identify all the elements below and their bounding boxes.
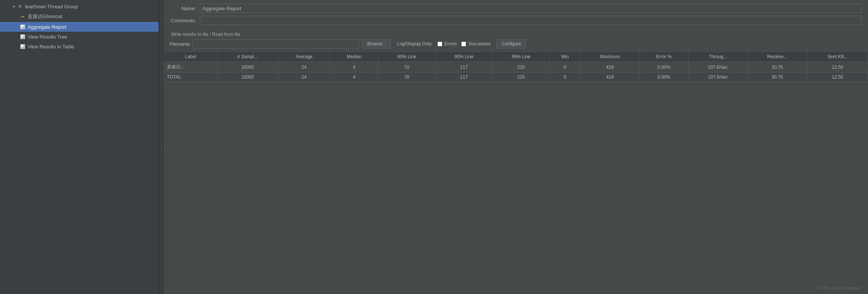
sidebar-item-label: Aggregate Report xyxy=(28,24,67,30)
arrow-icon: ▼ xyxy=(12,5,16,9)
table-cell: 30.75 xyxy=(747,73,807,82)
col-median: Median xyxy=(330,52,378,62)
errors-checkbox-group: Errors xyxy=(437,41,457,46)
col-sent-kb: Sent KB... xyxy=(807,52,868,62)
filename-input[interactable] xyxy=(193,39,359,48)
watermark: CSDN @jakiechaipush xyxy=(818,286,860,290)
table-row: TOTAL100002447011722004190.00%107.6/sec3… xyxy=(164,73,868,82)
browse-button[interactable]: Browse... xyxy=(362,39,391,48)
table-cell: 4 xyxy=(330,62,378,73)
divider-handle[interactable]: ⋮ xyxy=(159,0,163,294)
table-cell: 419 xyxy=(580,73,639,82)
configure-button[interactable]: Configure xyxy=(496,39,526,48)
sidebar: ▼ ⚙ tearDown Thread Group ✏ 直接访问tomcat 📊… xyxy=(0,0,159,294)
col-maximum: Maximum xyxy=(580,52,639,62)
table-cell: 220 xyxy=(493,73,550,82)
table-cell: 70 xyxy=(378,73,436,82)
sidebar-item-teardown-thread-group[interactable]: ▼ ⚙ tearDown Thread Group xyxy=(0,2,159,11)
sidebar-item-aggregate-report[interactable]: 📊 Aggregate Report xyxy=(0,22,159,32)
table-cell: 30.75 xyxy=(747,62,807,73)
form-section: Name: Comments: xyxy=(163,0,868,30)
table-row: 直接访...100002447011722004190.00%107.6/sec… xyxy=(164,62,868,73)
table-cell: 0.00% xyxy=(639,73,689,82)
table-cell: 4 xyxy=(330,73,378,82)
name-label: Name: xyxy=(170,6,200,11)
col-throughput: Throug... xyxy=(689,52,747,62)
col-samples: # Sampl... xyxy=(217,52,278,62)
errors-label: Errors xyxy=(445,41,457,46)
col-90line: 90% Line xyxy=(378,52,436,62)
comments-input[interactable] xyxy=(200,16,862,25)
name-row: Name: xyxy=(170,4,862,13)
table-cell: 24 xyxy=(278,73,330,82)
filename-label: Filename xyxy=(170,41,190,47)
gear-icon: ⚙ xyxy=(17,3,23,9)
table-cell: 117 xyxy=(436,62,493,73)
col-label: Label xyxy=(164,52,218,62)
col-received: Receive... xyxy=(747,52,807,62)
sidebar-item-view-results-table[interactable]: 📊 View Results in Table xyxy=(0,42,159,51)
filename-row: Filename Browse... Log/Display Only: Err… xyxy=(170,39,862,48)
name-input[interactable] xyxy=(200,4,862,13)
write-results-title: Write results to file / Read from file xyxy=(171,32,862,37)
table-cell: 0.00% xyxy=(639,62,689,73)
col-average: Average xyxy=(278,52,330,62)
successes-checkbox[interactable] xyxy=(461,42,466,46)
table-cell: 70 xyxy=(378,62,436,73)
comments-label: Comments: xyxy=(170,18,200,23)
table-cell: 117 xyxy=(436,73,493,82)
table-cell: 107.6/sec xyxy=(689,62,747,73)
col-95line: 95% Line xyxy=(436,52,493,62)
chart-icon: 📊 xyxy=(20,24,26,30)
sidebar-item-label: tearDown Thread Group xyxy=(25,4,78,9)
table-cell: 直接访... xyxy=(164,62,218,73)
table-cell: 12.50 xyxy=(807,62,868,73)
table-cell: 220 xyxy=(493,62,550,73)
col-min: Min xyxy=(550,52,581,62)
table-cell: 0 xyxy=(550,62,581,73)
log-display-label: Log/Display Only: xyxy=(397,41,432,46)
table-section: Label # Sampl... Average Median 90% Line… xyxy=(163,51,868,294)
successes-checkbox-group: Successes xyxy=(461,41,490,46)
col-99line: 99% Line xyxy=(493,52,550,62)
table-cell: 24 xyxy=(278,62,330,73)
table-body: 直接访...100002447011722004190.00%107.6/sec… xyxy=(164,62,868,82)
sidebar-item-label: View Results in Table xyxy=(28,44,74,50)
table-cell: 10000 xyxy=(217,73,278,82)
table-header-row: Label # Sampl... Average Median 90% Line… xyxy=(164,52,868,62)
chart-icon: 📊 xyxy=(20,43,26,50)
main-panel: Name: Comments: Write results to file / … xyxy=(163,0,868,294)
sidebar-item-label: View Results Tree xyxy=(28,34,67,40)
sidebar-item-view-results-tree[interactable]: 📊 View Results Tree xyxy=(0,32,159,42)
pencil-icon: ✏ xyxy=(20,14,26,20)
comments-row: Comments: xyxy=(170,16,862,25)
successes-label: Successes xyxy=(468,41,490,46)
errors-checkbox[interactable] xyxy=(437,42,442,46)
write-results-section: Write results to file / Read from file F… xyxy=(163,30,868,51)
table-cell: 419 xyxy=(580,62,639,73)
chart-icon: 📊 xyxy=(20,34,26,40)
table-cell: 107.6/sec xyxy=(689,73,747,82)
table-cell: TOTAL xyxy=(164,73,218,82)
sidebar-item-label: 直接访问tomcat xyxy=(28,13,62,20)
sidebar-item-direct-access-tomcat[interactable]: ✏ 直接访问tomcat xyxy=(0,11,159,22)
table-cell: 10000 xyxy=(217,62,278,73)
results-table: Label # Sampl... Average Median 90% Line… xyxy=(163,51,868,82)
table-cell: 12.50 xyxy=(807,73,868,82)
table-cell: 0 xyxy=(550,73,581,82)
col-error-pct: Error % xyxy=(639,52,689,62)
